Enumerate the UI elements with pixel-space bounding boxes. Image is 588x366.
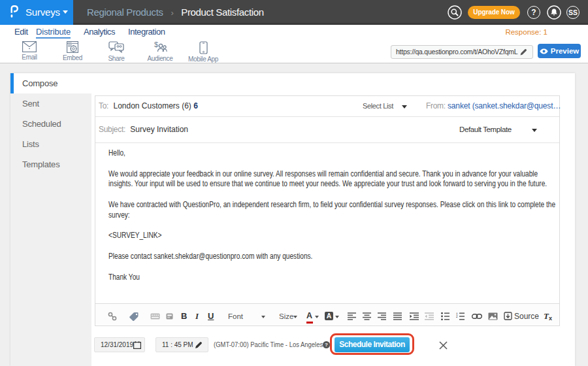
svg-text:2: 2 [456, 315, 458, 318]
svg-text:$: $ [154, 41, 158, 48]
